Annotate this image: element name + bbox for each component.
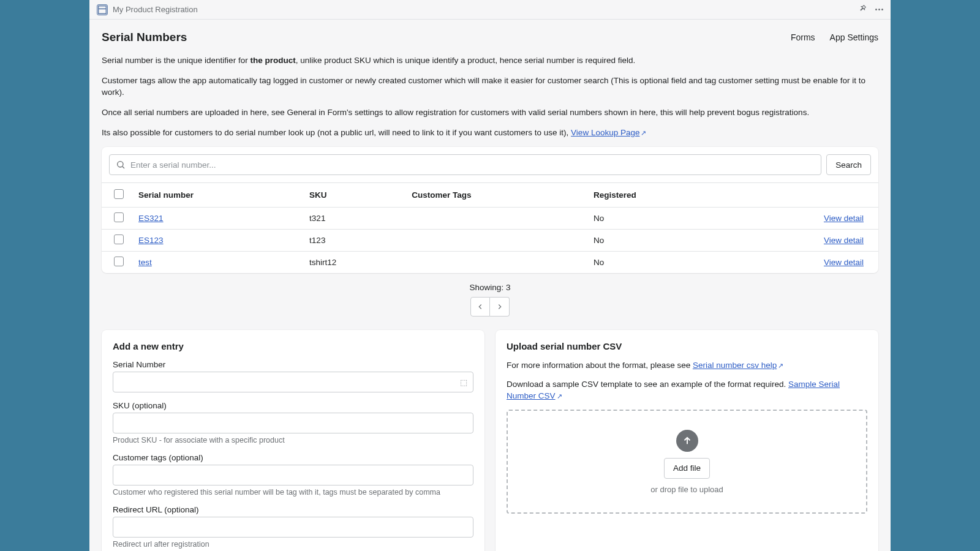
- intro-lookup: Its also possible for customers to do se…: [102, 127, 878, 139]
- redirect-hint: Redirect url after registration: [113, 540, 473, 549]
- nav-forms[interactable]: Forms: [791, 32, 815, 42]
- add-entry-title: Add a new entry: [113, 341, 473, 351]
- file-dropzone[interactable]: Add file or drop file to upload: [507, 410, 867, 514]
- table-row: ES321t321NoView detail: [102, 208, 878, 230]
- row-checkbox[interactable]: [114, 234, 124, 244]
- search-box[interactable]: [109, 154, 821, 175]
- registered-cell: No: [586, 230, 727, 252]
- showing-count: Showing: 3: [102, 283, 878, 292]
- svg-line-3: [123, 167, 124, 168]
- serial-number-input[interactable]: [113, 372, 473, 392]
- view-detail-link[interactable]: View detail: [824, 236, 864, 245]
- tags-cell: [404, 208, 586, 230]
- upload-icon: [676, 430, 698, 452]
- chevron-left-icon: [476, 302, 484, 311]
- page-title: Serial Numbers: [102, 31, 187, 44]
- tags-hint: Customer who registered this serial numb…: [113, 488, 473, 497]
- view-lookup-page-link[interactable]: View Lookup Page↗: [571, 128, 646, 137]
- intro-serial-number: Serial number is the unique identifier f…: [102, 55, 878, 67]
- serial-link[interactable]: ES123: [138, 236, 164, 245]
- intro-customer-tags: Customer tags allow the app automaticall…: [102, 75, 878, 99]
- sku-cell: t321: [302, 208, 404, 230]
- window-titlebar: My Product Registration: [89, 0, 891, 20]
- intro-upload-note: Once all serial numbers are uploaded in …: [102, 107, 878, 119]
- redirect-label: Redirect URL (optional): [113, 505, 473, 514]
- app-title: My Product Registration: [113, 5, 198, 14]
- external-link-icon: ↗: [778, 361, 783, 370]
- redirect-input[interactable]: [113, 517, 473, 538]
- prev-page-button[interactable]: [470, 297, 490, 317]
- sku-hint: Product SKU - for associate with a speci…: [113, 436, 473, 444]
- upload-title: Upload serial number CSV: [507, 341, 867, 351]
- add-file-button[interactable]: Add file: [664, 458, 710, 479]
- serial-number-label: Serial Number: [113, 360, 473, 369]
- search-input[interactable]: [130, 160, 815, 170]
- add-entry-card: Add a new entry Serial Number ⬚ SKU (opt…: [102, 330, 484, 551]
- tags-cell: [404, 252, 586, 274]
- col-tags: Customer Tags: [404, 183, 586, 208]
- sku-cell: tshirt12: [302, 252, 404, 274]
- svg-point-2: [118, 162, 123, 167]
- sku-label: SKU (optional): [113, 401, 473, 410]
- drop-hint: or drop file to upload: [650, 485, 723, 494]
- nav-app-settings[interactable]: App Settings: [830, 32, 878, 42]
- serial-table-card: Search Serial number SKU Customer Tags R…: [102, 147, 878, 273]
- tags-input[interactable]: [113, 465, 473, 485]
- next-page-button[interactable]: [490, 297, 510, 317]
- registered-cell: No: [586, 252, 727, 274]
- sku-input[interactable]: [113, 413, 473, 433]
- upload-help-text: For more information about the format, p…: [507, 360, 867, 372]
- table-row: testtshirt12NoView detail: [102, 252, 878, 274]
- barcode-icon[interactable]: ⬚: [460, 378, 467, 387]
- tags-label: Customer tags (optional): [113, 453, 473, 462]
- view-detail-link[interactable]: View detail: [824, 214, 864, 223]
- svg-rect-0: [99, 6, 107, 13]
- upload-csv-card: Upload serial number CSV For more inform…: [496, 330, 878, 551]
- col-registered: Registered: [586, 183, 727, 208]
- csv-help-link[interactable]: Serial number csv help↗: [693, 361, 783, 370]
- pin-icon[interactable]: [858, 4, 867, 15]
- external-link-icon: ↗: [557, 392, 562, 401]
- external-link-icon: ↗: [641, 129, 646, 138]
- serial-table: Serial number SKU Customer Tags Register…: [102, 182, 878, 273]
- app-icon: [97, 4, 108, 15]
- upload-sample-text: Download a sample CSV template to see an…: [507, 379, 867, 402]
- search-button[interactable]: Search: [826, 154, 871, 175]
- sku-cell: t123: [302, 230, 404, 252]
- view-detail-link[interactable]: View detail: [824, 258, 864, 267]
- search-icon: [116, 160, 126, 170]
- serial-link[interactable]: ES321: [138, 214, 164, 223]
- serial-link[interactable]: test: [138, 258, 152, 267]
- col-serial: Serial number: [131, 183, 302, 208]
- chevron-right-icon: [496, 302, 504, 311]
- row-checkbox[interactable]: [114, 212, 124, 222]
- col-sku: SKU: [302, 183, 404, 208]
- more-icon[interactable]: [875, 9, 883, 10]
- registered-cell: No: [586, 208, 727, 230]
- select-all-checkbox[interactable]: [114, 189, 124, 199]
- tags-cell: [404, 230, 586, 252]
- row-checkbox[interactable]: [114, 257, 124, 266]
- table-row: ES123t123NoView detail: [102, 230, 878, 252]
